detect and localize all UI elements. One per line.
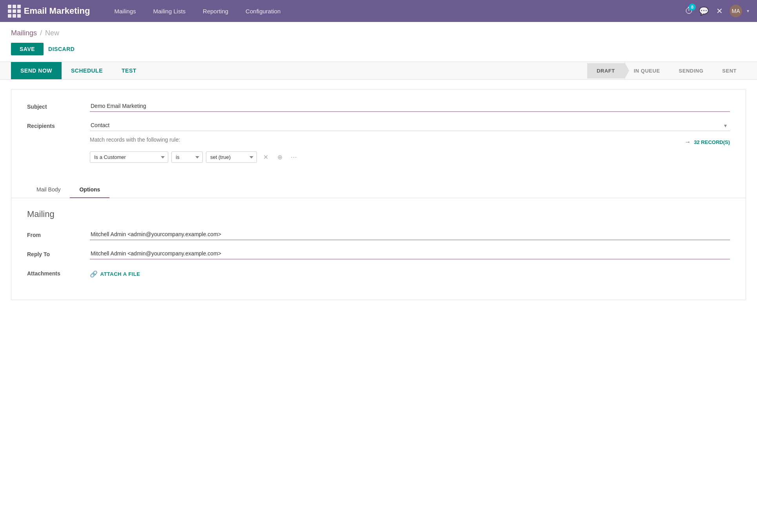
send-now-button[interactable]: SEND NOW bbox=[11, 62, 62, 79]
attach-icon: 🔗 bbox=[90, 270, 98, 278]
stage-in-queue[interactable]: IN QUEUE bbox=[624, 63, 670, 78]
app-title: Email Marketing bbox=[24, 6, 90, 16]
notification-icon[interactable]: ⏱ 8 bbox=[685, 6, 693, 16]
filter-field-select[interactable]: Is a Customer bbox=[90, 151, 168, 163]
subject-input[interactable] bbox=[90, 100, 730, 112]
reply-to-label: Reply To bbox=[27, 248, 90, 257]
breadcrumb: Mailings / New bbox=[0, 22, 757, 41]
action-row: SAVE DISCARD bbox=[0, 41, 757, 62]
attachments-row: Attachments 🔗 ATTACH A FILE bbox=[27, 267, 730, 281]
recipients-field: Contact Lead/Opportunity Customer Mailin… bbox=[90, 120, 730, 163]
schedule-button[interactable]: SCHEDULE bbox=[62, 62, 112, 79]
tab-mail-body[interactable]: Mail Body bbox=[27, 182, 70, 198]
subject-field bbox=[90, 100, 730, 112]
tab-options[interactable]: Options bbox=[70, 182, 109, 198]
stage-draft[interactable]: DRAFT bbox=[587, 63, 624, 78]
reply-to-row: Reply To bbox=[27, 248, 730, 259]
breadcrumb-parent[interactable]: Mailings bbox=[11, 29, 37, 37]
options-section: Mailing From Reply To Attachments bbox=[11, 198, 746, 300]
subject-label: Subject bbox=[27, 100, 90, 110]
mailing-section-title: Mailing bbox=[27, 209, 730, 219]
records-row: Match records with the following rule: →… bbox=[90, 137, 730, 148]
reply-to-field bbox=[90, 248, 730, 259]
discard-button[interactable]: DISCARD bbox=[48, 46, 75, 52]
close-icon[interactable]: ✕ bbox=[714, 5, 725, 16]
attach-file-label: ATTACH A FILE bbox=[100, 271, 140, 277]
notification-badge-count: 8 bbox=[689, 4, 696, 11]
status-bar: SEND NOW SCHEDULE TEST DRAFT IN QUEUE SE… bbox=[0, 62, 757, 80]
filter-header: Match records with the following rule: bbox=[90, 137, 180, 143]
records-link[interactable]: 32 RECORD(S) bbox=[694, 139, 730, 145]
tabs-row: Mail Body Options bbox=[11, 182, 746, 198]
status-stages: DRAFT IN QUEUE SENDING SENT bbox=[587, 63, 746, 78]
filter-operator-select[interactable]: is bbox=[171, 151, 203, 163]
topbar: Email Marketing Mailings Mailing Lists R… bbox=[0, 0, 757, 22]
app-grid-icon[interactable] bbox=[8, 5, 21, 18]
status-actions: SEND NOW SCHEDULE TEST bbox=[11, 62, 587, 79]
topbar-icons: ⏱ 8 💬 ✕ MA ▾ bbox=[685, 5, 749, 17]
top-nav: Mailings Mailing Lists Reporting Configu… bbox=[106, 0, 685, 22]
reply-to-input[interactable] bbox=[90, 248, 730, 259]
recipients-label: Recipients bbox=[27, 120, 90, 129]
nav-mailings[interactable]: Mailings bbox=[106, 0, 145, 22]
from-input[interactable] bbox=[90, 229, 730, 240]
form-section-main: Subject Recipients Contact Lead/Opportun… bbox=[11, 89, 746, 182]
save-button[interactable]: SAVE bbox=[11, 43, 44, 55]
records-count-group: → 32 RECORD(S) bbox=[684, 138, 730, 146]
test-button[interactable]: TEST bbox=[112, 62, 146, 79]
from-label: From bbox=[27, 229, 90, 238]
filter-section: Match records with the following rule: →… bbox=[90, 137, 730, 163]
attach-file-button[interactable]: 🔗 ATTACH A FILE bbox=[90, 267, 140, 281]
filter-more-icon[interactable]: ⋯ bbox=[288, 152, 299, 163]
attachments-label: Attachments bbox=[27, 267, 90, 277]
avatar-dropdown-icon[interactable]: ▾ bbox=[747, 8, 749, 14]
nav-reporting[interactable]: Reporting bbox=[194, 0, 237, 22]
filter-value-select[interactable]: set (true) bbox=[206, 151, 257, 163]
breadcrumb-current: New bbox=[45, 29, 59, 37]
filter-rule: Is a Customer is set (true) ✕ ⊕ ⋯ bbox=[90, 151, 730, 163]
subject-row: Subject bbox=[27, 100, 730, 112]
stage-sending[interactable]: SENDING bbox=[670, 63, 713, 78]
recipients-select-wrapper: Contact Lead/Opportunity Customer Mailin… bbox=[90, 120, 730, 131]
breadcrumb-separator: / bbox=[40, 29, 42, 37]
nav-mailing-lists[interactable]: Mailing Lists bbox=[145, 0, 195, 22]
from-field bbox=[90, 229, 730, 240]
attachments-field: 🔗 ATTACH A FILE bbox=[90, 267, 730, 281]
recipients-row: Recipients Contact Lead/Opportunity Cust… bbox=[27, 120, 730, 163]
main-content: Mailings / New SAVE DISCARD SEND NOW SCH… bbox=[0, 22, 757, 532]
filter-remove-icon[interactable]: ✕ bbox=[260, 152, 271, 163]
chat-icon[interactable]: 💬 bbox=[698, 5, 709, 16]
arrow-right-icon: → bbox=[684, 138, 691, 146]
filter-add-icon[interactable]: ⊕ bbox=[274, 152, 285, 163]
recipients-select[interactable]: Contact Lead/Opportunity Customer Mailin… bbox=[90, 120, 730, 131]
form-container: Subject Recipients Contact Lead/Opportun… bbox=[11, 89, 746, 300]
avatar[interactable]: MA bbox=[730, 5, 742, 17]
nav-configuration[interactable]: Configuration bbox=[237, 0, 289, 22]
stage-sent[interactable]: SENT bbox=[713, 63, 746, 78]
from-row: From bbox=[27, 229, 730, 240]
